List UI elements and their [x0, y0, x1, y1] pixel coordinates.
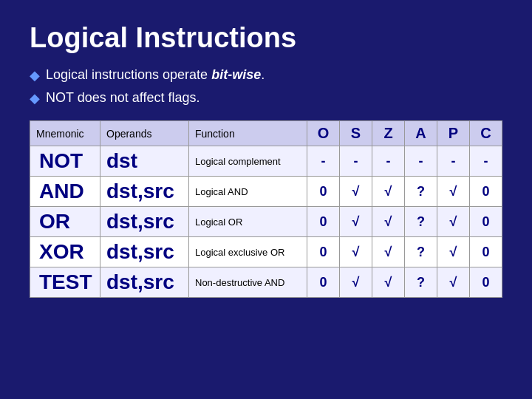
header-flag-s: S — [340, 121, 372, 146]
header-flag-a: A — [405, 121, 437, 146]
cell-flag-o: 0 — [307, 177, 340, 207]
cell-flag-z: √ — [372, 267, 405, 298]
slide: Logical Instructions ◆ Logical instructi… — [0, 0, 532, 399]
slide-title: Logical Instructions — [30, 22, 502, 54]
table-row: XORdst,srcLogical exclusive OR0√√?√0 — [30, 237, 502, 267]
cell-operands: dst,src — [100, 237, 189, 267]
cell-flag-p: √ — [437, 207, 470, 237]
cell-operands: dst,src — [100, 267, 189, 298]
cell-flag-a: ? — [405, 267, 437, 298]
cell-mnemonic: NOT — [30, 146, 100, 177]
table-row: ORdst,srcLogical OR0√√?√0 — [30, 207, 502, 237]
cell-flag-a: ? — [405, 237, 437, 267]
header-flag-o: O — [307, 121, 340, 146]
cell-flag-s: √ — [340, 177, 372, 207]
header-operands: Operands — [100, 121, 189, 146]
bullet-item-1: ◆ Logical instructions operate bit-wise. — [30, 66, 502, 84]
cell-flag-o: 0 — [307, 267, 340, 298]
cell-operands: dst,src — [100, 207, 189, 237]
cell-operands: dst,src — [100, 177, 189, 207]
header-function: Function — [189, 121, 307, 146]
table-row: TESTdst,srcNon-destructive AND0√√?√0 — [30, 267, 502, 298]
table-header-row: Mnemonic Operands Function O S Z A P C — [30, 121, 502, 146]
cell-flag-c: - — [470, 146, 502, 177]
bullet-item-2: ◆ NOT does not affect flags. — [30, 89, 502, 107]
cell-function: Logical exclusive OR — [189, 237, 307, 267]
bullet-diamond-2: ◆ — [30, 90, 40, 106]
cell-mnemonic: TEST — [30, 267, 100, 298]
cell-function: Non-destructive AND — [189, 267, 307, 298]
header-flag-z: Z — [372, 121, 405, 146]
cell-flag-s: - — [340, 146, 372, 177]
cell-function: Logical complement — [189, 146, 307, 177]
cell-flag-p: √ — [437, 177, 470, 207]
cell-flag-z: √ — [372, 177, 405, 207]
bullet-diamond-1: ◆ — [30, 67, 40, 83]
cell-mnemonic: AND — [30, 177, 100, 207]
header-mnemonic: Mnemonic — [30, 121, 100, 146]
bold-italic-text: bit-wise — [211, 67, 261, 82]
cell-flag-c: 0 — [470, 267, 502, 298]
cell-mnemonic: OR — [30, 207, 100, 237]
cell-flag-o: 0 — [307, 237, 340, 267]
cell-flag-o: - — [307, 146, 340, 177]
table-row: NOTdstLogical complement------ — [30, 146, 502, 177]
cell-flag-a: ? — [405, 177, 437, 207]
bullet-list: ◆ Logical instructions operate bit-wise.… — [30, 66, 502, 107]
instruction-table: Mnemonic Operands Function O S Z A P C N… — [30, 120, 502, 298]
cell-mnemonic: XOR — [30, 237, 100, 267]
cell-flag-a: - — [405, 146, 437, 177]
cell-operands: dst — [100, 146, 189, 177]
cell-flag-z: √ — [372, 207, 405, 237]
cell-flag-c: 0 — [470, 237, 502, 267]
bullet-text-1: Logical instructions operate bit-wise. — [46, 66, 265, 84]
header-flag-p: P — [437, 121, 470, 146]
cell-flag-c: 0 — [470, 177, 502, 207]
cell-function: Logical AND — [189, 177, 307, 207]
cell-flag-s: √ — [340, 237, 372, 267]
cell-flag-p: √ — [437, 237, 470, 267]
cell-flag-c: 0 — [470, 207, 502, 237]
cell-flag-s: √ — [340, 267, 372, 298]
cell-flag-p: √ — [437, 267, 470, 298]
cell-flag-o: 0 — [307, 207, 340, 237]
cell-flag-p: - — [437, 146, 470, 177]
cell-function: Logical OR — [189, 207, 307, 237]
table-body: NOTdstLogical complement------ANDdst,src… — [30, 146, 502, 298]
cell-flag-z: - — [372, 146, 405, 177]
table-row: ANDdst,srcLogical AND0√√?√0 — [30, 177, 502, 207]
cell-flag-a: ? — [405, 207, 437, 237]
cell-flag-s: √ — [340, 207, 372, 237]
bullet-text-2: NOT does not affect flags. — [46, 89, 200, 107]
cell-flag-z: √ — [372, 237, 405, 267]
header-flag-c: C — [470, 121, 502, 146]
